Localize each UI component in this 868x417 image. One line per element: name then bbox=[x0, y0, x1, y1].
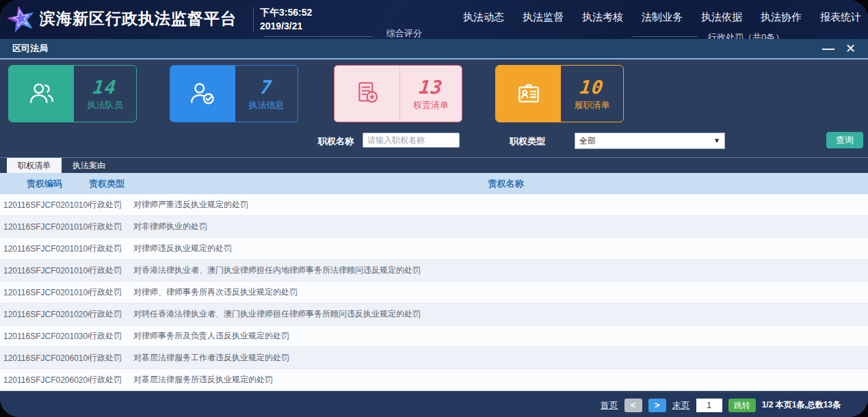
background-underline bbox=[633, 36, 698, 37]
table-row[interactable]: 120116SFJCF0201010003 行政处罚 对非律师执业的处罚 bbox=[0, 216, 868, 238]
stat-value: 13 bbox=[418, 77, 444, 98]
app-window: 滨海新区行政执法监督平台 下午3:56:52 2019/3/21 执法动态执法监… bbox=[0, 0, 868, 417]
nav-item[interactable]: 执法动态 bbox=[463, 11, 504, 24]
minimize-icon[interactable]: — bbox=[822, 40, 834, 57]
clock-date: 2019/3/21 bbox=[260, 19, 312, 33]
tab-case-reason[interactable]: 执法案由 bbox=[62, 158, 116, 173]
cell-name: 对基层法律服务工作者违反执业规定的处罚 bbox=[133, 352, 868, 364]
nav-item[interactable]: 法制业务 bbox=[642, 11, 683, 24]
background-score-label: 综合评分 bbox=[386, 27, 422, 40]
modal-titlebar: 区司法局 — ✕ bbox=[0, 39, 868, 59]
power-type-label: 职权类型 bbox=[510, 135, 545, 148]
column-header-name: 责权名称 bbox=[144, 178, 868, 190]
cell-type: 行政处罚 bbox=[89, 352, 133, 364]
power-name-input[interactable] bbox=[363, 133, 460, 148]
cell-name: 对非律师执业的处罚 bbox=[133, 221, 868, 232]
cell-code: 120116SFJCF0206020004 bbox=[0, 375, 89, 385]
table-row[interactable]: 120116SFJCF0201010001 行政处罚 对律师严重违反执业规定的处… bbox=[0, 194, 868, 216]
table-row[interactable]: 120116SFJCF0206020004 行政处罚 对基层法律服务所违反执业规… bbox=[0, 369, 868, 391]
stat-value: 14 bbox=[92, 77, 118, 98]
cell-code: 120116SFJCF0201010005 bbox=[0, 266, 89, 275]
power-type-selected-value: 全部 bbox=[579, 136, 596, 146]
table-row[interactable]: 120116SFJCF0206010003 行政处罚 对基层法律服务工作者违反执… bbox=[0, 347, 868, 369]
last-page-link[interactable]: 末页 bbox=[672, 399, 690, 412]
stat-label: 权责清单 bbox=[413, 99, 449, 111]
pagination-bar: 首页 < > 末页 跳转 1/2 本页1条,总数13条 bbox=[0, 393, 868, 417]
jump-button[interactable]: 跳转 bbox=[728, 399, 756, 412]
cell-type: 行政处罚 bbox=[89, 374, 133, 386]
stat-card-enforcement-info[interactable]: 7 执法信息 bbox=[170, 65, 298, 122]
table-body: 120116SFJCF0201010001 行政处罚 对律师严重违反执业规定的处… bbox=[0, 194, 868, 391]
cell-code: 120116SFJCF0201010001 bbox=[0, 200, 89, 210]
star-logo-icon bbox=[5, 3, 37, 35]
page-number-input[interactable] bbox=[696, 399, 722, 412]
power-name-label: 职权名称 bbox=[318, 135, 354, 148]
main-nav: 执法动态执法监督执法考核法制业务执法依据执法协作报表统计 bbox=[463, 0, 861, 34]
modal-title: 区司法局 bbox=[12, 42, 48, 55]
cell-code: 120116SFJCF0201030002 bbox=[0, 332, 89, 341]
cell-name: 对律师事务所及负责人违反执业规定的处罚 bbox=[133, 330, 868, 342]
cell-name: 对香港法律执业者、澳门执业律师担任内地律师事务所法律顾问违反规定的处罚 bbox=[133, 265, 868, 276]
clock-time: 下午3:56:52 bbox=[260, 5, 312, 19]
cell-type: 行政处罚 bbox=[89, 308, 133, 320]
cell-type: 行政处罚 bbox=[89, 221, 133, 232]
cell-name: 对聘任香港法律执业者、澳门执业律师担任律师事务所顾问违反执业规定的处罚 bbox=[133, 308, 868, 320]
power-type-select[interactable]: 全部 ▼ bbox=[575, 133, 725, 149]
cell-name: 对律师、律师事务所再次违反执业规定的处罚 bbox=[133, 286, 868, 298]
column-header-type: 责权类型 bbox=[89, 178, 144, 190]
nav-item[interactable]: 执法考核 bbox=[582, 11, 623, 24]
prev-page-button[interactable]: < bbox=[624, 399, 642, 412]
cell-code: 120116SFJCF0201010003 bbox=[0, 222, 89, 232]
search-bar: 职权名称 职权类型 全部 ▼ 查询 bbox=[0, 130, 868, 158]
table-header: 责权编码 责权类型 责权名称 bbox=[0, 173, 868, 194]
table-row[interactable]: 120116SFJCF0201010004 行政处罚 对律师违反执业规定的处罚 bbox=[0, 238, 868, 260]
query-button[interactable]: 查询 bbox=[826, 132, 863, 148]
stat-label: 执法信息 bbox=[249, 99, 285, 111]
background-underline bbox=[263, 36, 373, 37]
cell-type: 行政处罚 bbox=[89, 286, 133, 298]
pagination-summary: 1/2 本页1条,总数13条 bbox=[762, 399, 841, 411]
user-check-icon bbox=[170, 66, 235, 122]
cell-name: 对基层法律服务所违反执业规定的处罚 bbox=[133, 374, 868, 386]
stat-card-duty-list[interactable]: 10 履职清单 bbox=[495, 65, 624, 122]
cell-name: 对律师严重违反执业规定的处罚 bbox=[133, 199, 868, 211]
id-card-icon bbox=[496, 66, 561, 122]
table-row[interactable]: 120116SFJCF0201010005 行政处罚 对香港法律执业者、澳门执业… bbox=[0, 260, 868, 282]
cell-code: 120116SFJCF0201010004 bbox=[0, 244, 89, 254]
table-row[interactable]: 120116SFJCF0201020006 行政处罚 对聘任香港法律执业者、澳门… bbox=[0, 304, 868, 325]
chevron-down-icon: ▼ bbox=[713, 133, 720, 148]
cell-code: 120116SFJCF0201020006 bbox=[0, 310, 89, 319]
cell-type: 行政处罚 bbox=[89, 330, 133, 342]
document-star-icon bbox=[334, 66, 400, 122]
cell-type: 行政处罚 bbox=[89, 243, 133, 254]
close-icon[interactable]: ✕ bbox=[845, 40, 856, 57]
screen: 滨海新区行政执法监督平台 下午3:56:52 2019/3/21 执法动态执法监… bbox=[0, 0, 868, 417]
table-row[interactable]: 120116SFJCF0201010007 行政处罚 对律师、律师事务所再次违反… bbox=[0, 282, 868, 304]
stat-cards: 14 执法队员 7 执法信息 bbox=[0, 65, 868, 124]
region-modal: 区司法局 — ✕ bbox=[0, 39, 868, 417]
nav-item[interactable]: 报表统计 bbox=[820, 11, 861, 24]
nav-item[interactable]: 执法协作 bbox=[761, 11, 802, 24]
column-header-code: 责权编码 bbox=[0, 178, 89, 190]
stat-label: 履职清单 bbox=[575, 99, 610, 111]
tab-power-list[interactable]: 职权清单 bbox=[7, 158, 62, 173]
nav-item[interactable]: 执法依据 bbox=[701, 11, 742, 24]
nav-item[interactable]: 执法监督 bbox=[523, 11, 564, 24]
cell-name: 对律师违反执业规定的处罚 bbox=[133, 243, 868, 254]
cell-type: 行政处罚 bbox=[89, 265, 133, 276]
stat-card-power-list[interactable]: 13 权责清单 bbox=[334, 65, 462, 122]
stat-label: 执法队员 bbox=[88, 99, 123, 111]
table-row[interactable]: 120116SFJCF0201030002 行政处罚 对律师事务所及负责人违反执… bbox=[0, 325, 868, 347]
stat-value: 10 bbox=[579, 77, 605, 98]
tab-bar: 职权清单 执法案由 bbox=[0, 158, 116, 173]
stat-card-enforcement-staff[interactable]: 14 执法队员 bbox=[8, 65, 137, 122]
first-page-link[interactable]: 首页 bbox=[601, 399, 618, 412]
cell-code: 120116SFJCF0201010007 bbox=[0, 288, 89, 297]
clock: 下午3:56:52 2019/3/21 bbox=[260, 5, 312, 33]
next-page-button[interactable]: > bbox=[648, 399, 666, 412]
cell-type: 行政处罚 bbox=[89, 199, 133, 211]
stat-value: 7 bbox=[259, 77, 274, 98]
page-title: 滨海新区行政执法监督平台 bbox=[40, 0, 237, 38]
users-icon bbox=[9, 66, 74, 122]
cell-code: 120116SFJCF0206010003 bbox=[0, 353, 89, 363]
